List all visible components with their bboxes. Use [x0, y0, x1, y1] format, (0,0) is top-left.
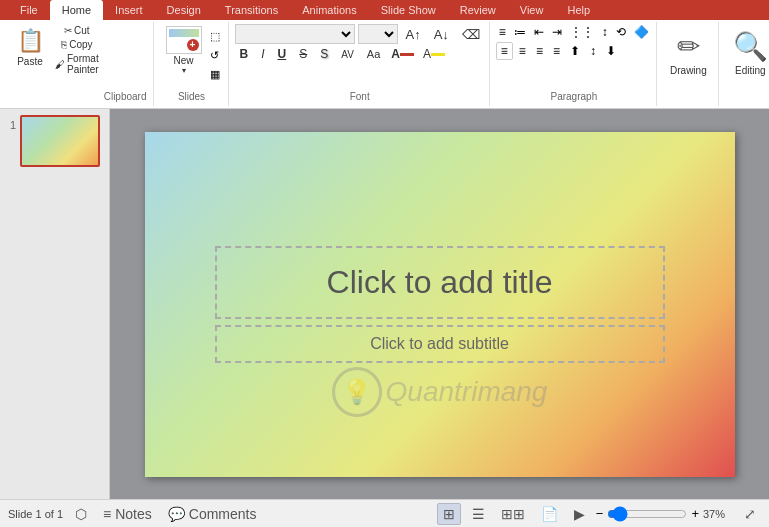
align-middle-button[interactable]: ↕ — [586, 43, 600, 59]
drawing-icon: ✏ — [677, 30, 700, 63]
align-left-button[interactable]: ≡ — [496, 42, 513, 60]
copy-label: Copy — [69, 39, 92, 50]
italic-button[interactable]: I — [256, 46, 269, 62]
normal-view-button[interactable]: ⊞ — [437, 503, 461, 525]
tab-slideshow[interactable]: Slide Show — [369, 0, 448, 20]
format-painter-label: Format Painter — [67, 53, 99, 75]
tab-home[interactable]: Home — [50, 0, 103, 20]
tab-view[interactable]: View — [508, 0, 556, 20]
line-spacing-button[interactable]: ↕ — [599, 24, 611, 40]
align-top-button[interactable]: ⬆ — [566, 43, 584, 59]
align-right-button[interactable]: ≡ — [532, 43, 547, 59]
title-placeholder[interactable]: Click to add title — [215, 246, 665, 319]
font-color-bar — [400, 53, 414, 56]
reading-view-button[interactable]: ▶ — [569, 504, 590, 524]
notes-page-button[interactable]: 📄 — [536, 504, 563, 524]
clear-formatting-button[interactable]: ⌫ — [457, 26, 485, 43]
outline-view-button[interactable]: ☰ — [467, 504, 490, 524]
font-label: Font — [235, 91, 485, 104]
convert-smartart-button[interactable]: 🔷 — [631, 24, 652, 40]
para-row-1: ≡ ≔ ⇤ ⇥ ⋮⋮ ↕ ⟲ 🔷 — [496, 24, 652, 40]
numbered-list-button[interactable]: ≔ — [511, 24, 529, 40]
editing-icon: 🔍 — [733, 30, 768, 63]
status-bar: Slide 1 of 1 ⬡ ≡ Notes 💬 Comments ⊞ ☰ ⊞⊞… — [0, 499, 769, 527]
bold-button[interactable]: B — [235, 46, 254, 62]
slide-canvas[interactable]: Click to add title Click to add subtitle… — [145, 132, 735, 477]
format-painter-icon: 🖌 — [55, 59, 65, 70]
zoom-slider[interactable] — [607, 506, 687, 522]
font-color-button[interactable]: A — [388, 46, 417, 62]
tab-help[interactable]: Help — [555, 0, 602, 20]
align-bottom-button[interactable]: ⬇ — [602, 43, 620, 59]
status-right: ⊞ ☰ ⊞⊞ 📄 ▶ − + 37% ⤢ — [437, 503, 761, 525]
decrease-font-button[interactable]: A↓ — [429, 26, 454, 43]
justify-button[interactable]: ≡ — [549, 43, 564, 59]
increase-font-button[interactable]: A↑ — [401, 26, 426, 43]
ribbon: File Home Insert Design Transitions Anim… — [0, 0, 769, 109]
paragraph-label: Paragraph — [496, 91, 652, 104]
slide-thumb-wrapper: 1 — [4, 115, 105, 167]
columns-button[interactable]: ⋮⋮ — [567, 24, 597, 40]
format-painter-button[interactable]: 🖌 Format Painter — [52, 52, 102, 76]
comments-icon: 💬 — [168, 506, 185, 522]
character-spacing-button[interactable]: AV — [336, 48, 359, 61]
slides-panel: 1 — [0, 109, 110, 499]
tab-review[interactable]: Review — [448, 0, 508, 20]
change-case-button[interactable]: Aa — [362, 47, 385, 61]
tab-design[interactable]: Design — [155, 0, 213, 20]
highlight-bar — [431, 53, 445, 56]
comments-label: Comments — [189, 506, 257, 522]
font-group: A↑ A↓ ⌫ B I U S S AV Aa A A — [231, 22, 490, 106]
new-slide-label: New — [173, 55, 193, 66]
watermark: 💡 Quantrimang — [332, 367, 548, 417]
font-highlight-button[interactable]: A — [420, 46, 448, 62]
clipboard-group: 📋 Paste ✂ Cut ⎘ Copy 🖌 Format Painter — [4, 22, 154, 106]
tab-insert[interactable]: Insert — [103, 0, 155, 20]
notes-button[interactable]: ≡ Notes — [99, 504, 156, 524]
shadow-button[interactable]: S — [315, 46, 333, 62]
text-direction-button[interactable]: ⟲ — [613, 24, 629, 40]
comments-button[interactable]: 💬 Comments — [164, 504, 261, 524]
tab-transitions[interactable]: Transitions — [213, 0, 290, 20]
zoom-in-button[interactable]: + — [691, 506, 699, 521]
font-name-select[interactable] — [235, 24, 355, 44]
editing-button[interactable]: 🔍 Editing — [725, 24, 769, 82]
paste-button[interactable]: 📋 Paste — [10, 24, 50, 72]
notes-label: Notes — [115, 506, 152, 522]
new-slide-button[interactable]: + New ▾ — [162, 24, 206, 77]
canvas-area: Click to add title Click to add subtitle… — [110, 109, 769, 499]
subtitle-placeholder[interactable]: Click to add subtitle — [215, 325, 665, 363]
font-row-1: A↑ A↓ ⌫ — [235, 24, 485, 44]
underline-button[interactable]: U — [273, 46, 292, 62]
section-button[interactable]: ▦ — [208, 66, 222, 83]
reset-button[interactable]: ↺ — [208, 47, 221, 64]
decrease-indent-button[interactable]: ⇤ — [531, 24, 547, 40]
increase-indent-button[interactable]: ⇥ — [549, 24, 565, 40]
paragraph-group: ≡ ≔ ⇤ ⇥ ⋮⋮ ↕ ⟲ 🔷 ≡ ≡ ≡ ≡ ⬆ ↕ ⬇ Paragraph — [492, 22, 657, 106]
layout-button[interactable]: ⬚ — [208, 28, 222, 45]
bullet-list-button[interactable]: ≡ — [496, 24, 509, 40]
slide-thumbnail[interactable] — [20, 115, 100, 167]
copy-button[interactable]: ⎘ Copy — [52, 38, 102, 51]
fit-slide-button[interactable]: ⤢ — [739, 504, 761, 524]
accessibility-button[interactable]: ⬡ — [71, 504, 91, 524]
tab-animations[interactable]: Animations — [290, 0, 368, 20]
new-slide-dropdown[interactable]: ▾ — [182, 66, 186, 75]
slide-sorter-button[interactable]: ⊞⊞ — [496, 504, 530, 524]
subtitle-placeholder-text: Click to add subtitle — [370, 335, 509, 352]
tab-file[interactable]: File — [8, 0, 50, 20]
drawing-button[interactable]: ✏ Drawing — [662, 24, 715, 82]
clipboard-right: ✂ Cut ⎘ Copy 🖌 Format Painter — [52, 24, 102, 104]
zoom-out-button[interactable]: − — [596, 506, 604, 521]
cut-button[interactable]: ✂ Cut — [52, 24, 102, 37]
align-center-button[interactable]: ≡ — [515, 43, 530, 59]
font-size-select[interactable] — [358, 24, 398, 44]
paste-label: Paste — [17, 56, 43, 68]
slides-label: Slides — [162, 91, 222, 104]
ribbon-home-content: 📋 Paste ✂ Cut ⎘ Copy 🖌 Format Painter — [0, 20, 769, 108]
strikethrough-button[interactable]: S — [294, 46, 312, 62]
slide-layout-buttons: ⬚ ↺ ▦ — [208, 24, 222, 83]
accessibility-icon: ⬡ — [75, 506, 87, 522]
new-slide-icon: + — [166, 26, 202, 54]
notes-icon: ≡ — [103, 506, 111, 522]
